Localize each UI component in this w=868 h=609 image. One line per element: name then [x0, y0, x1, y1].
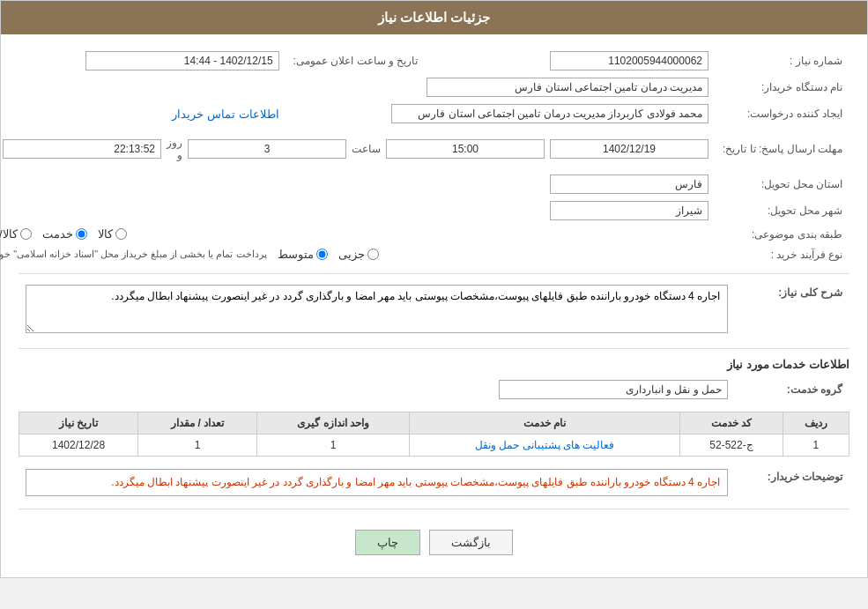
tarikh-aelam-field: 1402/12/15 - 14:44 [85, 51, 279, 71]
cell-radif: 1 [783, 434, 849, 457]
shomare-niaz-label: شماره نیاز : [716, 48, 849, 74]
col-nam: نام خدمت [410, 412, 680, 434]
radio-khadamat-label: خدمت [42, 227, 73, 241]
sharh-textarea[interactable] [26, 285, 728, 333]
radio-motavasse-label: متوسط [278, 248, 314, 261]
col-tedad: تعداد / مقدار [138, 412, 257, 434]
mohlat-group: ساعت باقی مانده 22:13:52 روز و 3 ساعت 15… [0, 130, 708, 167]
rooz-field: 3 [188, 139, 346, 159]
radio-jozyi-input[interactable] [367, 249, 379, 260]
page-wrapper: جزئیات اطلاعات نیاز شماره نیاز : 1102005… [0, 0, 868, 578]
ostan-field: فارس [550, 175, 708, 194]
cell-vahed: 1 [257, 434, 410, 457]
radio-motavasse-input[interactable] [316, 249, 328, 260]
tarikh-field: 1402/12/19 [550, 139, 708, 159]
cell-kod: ج-522-52 [680, 434, 783, 457]
tarikh-aelam-value: 1402/12/15 - 14:44 [0, 48, 286, 74]
shahr-label: شهر محل تحویل: [716, 197, 849, 224]
ostan-label: استان محل تحویل: [716, 171, 849, 197]
tarikh-aelam-label: تاریخ و ساعت اعلان عمومی: [286, 48, 426, 74]
radio-kala-khadamat[interactable]: کالا/خدمت [0, 227, 32, 241]
table-row: 1 ج-522-52 فعالیت های پشتیبانی حمل ونقل … [19, 434, 849, 457]
rooz-label: روز و [167, 137, 182, 161]
radio-jozyi-label: جزیی [338, 248, 365, 261]
tozihat-label: توضیحات خریدار: [735, 465, 849, 500]
radio-kala-label: کالا [98, 227, 113, 241]
grohe-khadamat-field: حمل و نقل و انبارداری [499, 380, 728, 399]
radio-motavasse[interactable]: متوسط [278, 248, 328, 261]
col-radif: ردیف [783, 412, 849, 434]
radio-kala-khadamat-input[interactable] [20, 228, 32, 240]
radio-jozyi[interactable]: جزیی [338, 248, 379, 261]
col-vahed: واحد اندازه گیری [257, 412, 410, 434]
radio-kala-khadamat-label: کالا/خدمت [0, 227, 18, 241]
ejad-konande-label: ایجاد کننده درخواست: [716, 100, 849, 127]
tozihat-table: توضیحات خریدار: اجاره 4 دستگاه خودرو بار… [19, 465, 849, 500]
footer-buttons: بازگشت چاپ [19, 516, 849, 564]
back-button[interactable]: بازگشت [429, 530, 513, 555]
noe-farayand-desc: پرداخت تمام یا بخشی از مبلغ خریداز محل "… [0, 249, 267, 260]
saat-field: 15:00 [386, 139, 545, 159]
separator-2 [19, 348, 849, 349]
sharh-table: شرح کلی نیاز: [19, 281, 849, 339]
grohe-khadamat-label: گروه خدمت: [735, 376, 849, 403]
nam-dastgah-value: مدیریت درمان تامین اجتماعی استان فارس [0, 74, 716, 100]
shomare-niaz-field: 1102005944000062 [550, 51, 708, 71]
shahr-field: شیراز [550, 201, 708, 220]
khadamat-section-title: اطلاعات خدمات مورد نیاز [19, 358, 849, 371]
radio-kala-input[interactable] [115, 228, 127, 240]
ettellaat-tamas-link[interactable]: اطلاعات تماس خریدار [172, 108, 278, 121]
grohe-khadamat-table: گروه خدمت: حمل و نقل و انبارداری [19, 376, 849, 403]
nam-dastgah-field: مدیریت درمان تامین اجتماعی استان فارس [427, 78, 708, 97]
noe-farayand-group: پرداخت تمام یا بخشی از مبلغ خریداز محل "… [0, 248, 708, 261]
saat-label: ساعت [352, 143, 381, 155]
print-button[interactable]: چاپ [355, 530, 420, 555]
noe-farayand-label: نوع فرآیند خرید : [716, 244, 849, 264]
tabaghe-radio-group: کالا/خدمت خدمت کالا [0, 227, 708, 241]
ejad-konande-value: محمد فولادی کاربرداز مدیریت درمان تامین … [286, 100, 716, 127]
info-table: شماره نیاز : 1102005944000062 تاریخ و سا… [0, 48, 849, 264]
cell-tedad: 1 [138, 434, 257, 457]
cell-nam[interactable]: فعالیت های پشتیبانی حمل ونقل [410, 434, 680, 457]
radio-khadamat-input[interactable] [76, 228, 87, 240]
separator-3 [19, 509, 849, 509]
nam-dastgah-label: نام دستگاه خریدار: [716, 74, 849, 100]
tabaghe-label: طبقه بندی موضوعی: [716, 224, 849, 244]
col-kod: کد خدمت [680, 412, 783, 434]
page-title: جزئیات اطلاعات نیاز [378, 10, 490, 25]
main-content: شماره نیاز : 1102005944000062 تاریخ و سا… [1, 34, 867, 577]
radio-khadamat[interactable]: خدمت [42, 227, 87, 241]
page-header: جزئیات اطلاعات نیاز [1, 1, 867, 34]
baghimande-field: 22:13:52 [3, 139, 161, 159]
separator-1 [19, 273, 849, 274]
ejad-konande-field: محمد فولادی کاربرداز مدیریت درمان تامین … [391, 104, 708, 123]
sharh-label: شرح کلی نیاز: [735, 281, 849, 339]
radio-kala[interactable]: کالا [98, 227, 127, 241]
cell-tarikh: 1402/12/28 [19, 434, 138, 457]
tozihat-content: اجاره 4 دستگاه خودرو باراننده طبق فایلها… [26, 469, 728, 496]
services-table: ردیف کد خدمت نام خدمت واحد اندازه گیری ت… [19, 412, 849, 457]
shomare-niaz-value: 1102005944000062 [442, 48, 716, 74]
col-tarikh: تاریخ نیاز [19, 412, 138, 434]
mohlat-label: مهلت ارسال پاسخ: تا تاریخ: [716, 127, 849, 171]
